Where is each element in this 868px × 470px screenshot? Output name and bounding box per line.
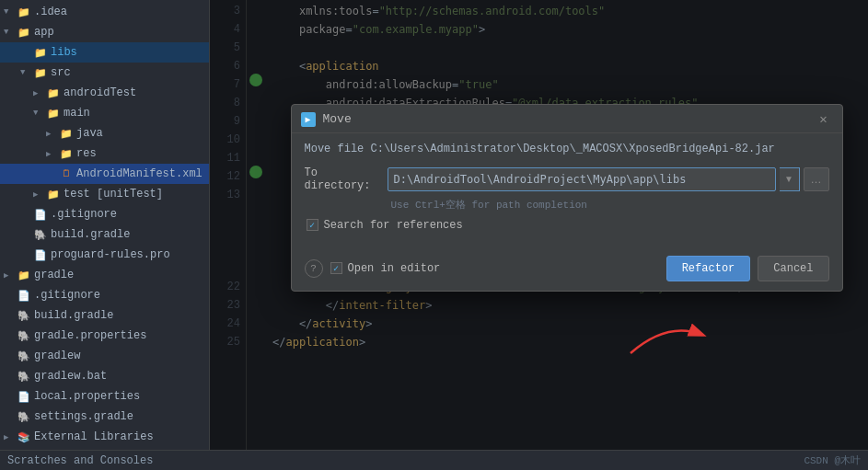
folder-icon-test: 📁 xyxy=(46,187,61,201)
dialog-body: Move file C:\Users\Administrator\Desktop… xyxy=(292,133,842,250)
sidebar-item-res[interactable]: ▶ 📁 res xyxy=(0,143,209,164)
directory-row: To directory: ▼ … xyxy=(305,166,829,192)
folder-icon-app: 📁 xyxy=(17,25,31,40)
sidebar-item-extlibs[interactable]: ▶ 📚 External Libraries xyxy=(0,427,209,447)
dialog-footer: ? ✓ Open in editor Refactor Cancel xyxy=(292,250,842,291)
arrow-res: ▶ xyxy=(46,149,59,159)
folder-icon-idea: 📁 xyxy=(17,5,31,19)
dialog-icon: ▶ xyxy=(301,112,316,127)
sidebar-item-androidtest[interactable]: ▶ 📁 androidTest xyxy=(0,83,209,103)
folder-icon-java: 📁 xyxy=(59,126,74,141)
directory-input[interactable] xyxy=(388,167,776,191)
sidebar-label-localprops: local.properties xyxy=(34,390,140,403)
sidebar-item-libs[interactable]: 📁 libs xyxy=(0,42,209,63)
directory-hint: Use Ctrl+空格 for path completion xyxy=(391,198,829,212)
sidebar-item-androidmanifest[interactable]: 🗒 AndroidManifest.xml xyxy=(0,164,209,184)
search-refs-row: ✓ Search for references xyxy=(307,219,829,232)
sidebar-item-gradlewbat[interactable]: 🐘 gradlew.bat xyxy=(0,366,209,386)
folder-icon-androidtest: 📁 xyxy=(46,86,61,100)
sidebar-item-test[interactable]: ▶ 📁 test [unitTest] xyxy=(0,184,209,204)
sidebar-item-buildgradle-root[interactable]: 🐘 build.gradle xyxy=(0,305,209,326)
gradle-icon-gradleprops: 🐘 xyxy=(17,328,31,343)
sidebar-label-main: main xyxy=(64,107,90,120)
dialog-title: Move xyxy=(323,112,816,126)
arrow-main: ▼ xyxy=(33,109,46,118)
sidebar-item-gradle-dir[interactable]: ▶ 📁 gradle xyxy=(0,265,209,285)
sidebar-label-gradlewbat: gradlew.bat xyxy=(34,370,107,383)
dialog-title-bar: ▶ Move ✕ xyxy=(292,105,842,133)
xml-icon-androidmanifest: 🗒 xyxy=(59,166,74,181)
dialog-close-button[interactable]: ✕ xyxy=(816,112,831,127)
sidebar-item-localprops[interactable]: 📄 local.properties xyxy=(0,386,209,407)
arrow-src: ▼ xyxy=(20,68,33,77)
directory-dropdown-button[interactable]: ▼ xyxy=(780,167,800,191)
sidebar-label-androidtest: androidTest xyxy=(64,86,136,99)
project-tree[interactable]: ▼ 📁 .idea ▼ 📁 app 📁 libs ▼ 📁 src ▶ 📁 and… xyxy=(0,0,210,450)
sidebar-item-idea[interactable]: ▼ 📁 .idea xyxy=(0,2,209,22)
sidebar-label-gitignore-root: .gitignore xyxy=(34,289,100,302)
open-in-editor-label: Open in editor xyxy=(348,262,441,275)
sidebar-item-buildgradle-app[interactable]: 🐘 build.gradle xyxy=(0,224,209,245)
refactor-button[interactable]: Refactor xyxy=(666,256,751,281)
sidebar-label-res: res xyxy=(76,147,97,160)
sidebar-label-gradle-dir: gradle xyxy=(34,269,74,281)
open-in-editor-checkbox[interactable]: ✓ xyxy=(330,262,342,274)
sidebar-label-buildgradle-root: build.gradle xyxy=(34,309,113,322)
red-arrow-indicator xyxy=(621,316,713,362)
file-icon-localprops: 📄 xyxy=(17,389,31,404)
sidebar-item-gitignore-app[interactable]: 📄 .gitignore xyxy=(0,204,209,224)
sidebar-item-gradleprops[interactable]: 🐘 gradle.properties xyxy=(0,326,209,346)
sidebar-item-app[interactable]: ▼ 📁 app xyxy=(0,22,209,42)
gradle-icon-settingsgradle: 🐘 xyxy=(17,409,31,424)
gradle-icon-buildgradle-app: 🐘 xyxy=(33,227,48,242)
arrow-test: ▶ xyxy=(33,189,46,200)
sidebar-label-settingsgradle: settings.gradle xyxy=(34,410,133,423)
sidebar-label-libs: libs xyxy=(51,46,77,59)
extlibs-icon: 📚 xyxy=(17,430,31,444)
sidebar-label-gitignore-app: .gitignore xyxy=(51,208,117,221)
gradle-icon-buildgradle-root: 🐘 xyxy=(17,308,31,323)
directory-browse-button[interactable]: … xyxy=(804,167,829,191)
search-refs-label: Search for references xyxy=(324,219,463,232)
folder-icon-libs: 📁 xyxy=(33,45,48,60)
arrow-idea: ▼ xyxy=(4,7,17,17)
watermark: CSDN @木叶 xyxy=(804,453,861,467)
gradle-icon-gradlew: 🐘 xyxy=(17,349,31,363)
sidebar-item-gitignore-root[interactable]: 📄 .gitignore xyxy=(0,285,209,305)
editor-area: 3 4 5 6 7 8 9 10 11 12 13 22 23 24 25 xyxy=(210,0,868,450)
move-dialog: ▶ Move ✕ Move file C:\Users\Administrato… xyxy=(291,104,843,292)
sidebar-item-java[interactable]: ▶ 📁 java xyxy=(0,123,209,143)
sidebar-label-idea: .idea xyxy=(34,6,67,18)
help-button[interactable]: ? xyxy=(305,259,323,278)
cancel-button[interactable]: Cancel xyxy=(758,256,828,281)
sidebar-item-settingsgradle[interactable]: 🐘 settings.gradle xyxy=(0,407,209,427)
folder-icon-src: 📁 xyxy=(33,65,48,80)
sidebar-label-test: test [unitTest] xyxy=(64,188,163,201)
sidebar-label-src: src xyxy=(51,66,71,79)
sidebar-label-proguard: proguard-rules.pro xyxy=(51,248,170,261)
sidebar-item-main[interactable]: ▼ 📁 main xyxy=(0,103,209,123)
bottom-bar: Scratches and Consoles CSDN @木叶 xyxy=(0,450,868,470)
sidebar-item-proguard[interactable]: 📄 proguard-rules.pro xyxy=(0,245,209,265)
arrow-androidtest: ▶ xyxy=(33,88,46,98)
sidebar-label-app: app xyxy=(34,26,54,39)
dialog-filepath: Move file C:\Users\Administrator\Desktop… xyxy=(305,143,829,155)
arrow-java: ▶ xyxy=(46,129,59,139)
sidebar-item-src[interactable]: ▼ 📁 src xyxy=(0,63,209,83)
directory-label: To directory: xyxy=(305,166,388,192)
folder-icon-gradle-dir: 📁 xyxy=(17,268,31,282)
file-icon-gitignore-root: 📄 xyxy=(17,288,31,303)
file-icon-gitignore-app: 📄 xyxy=(33,207,48,222)
modal-overlay: ▶ Move ✕ Move file C:\Users\Administrato… xyxy=(210,0,868,450)
sidebar-label-androidmanifest: AndroidManifest.xml xyxy=(76,167,203,180)
sidebar-label-gradlew: gradlew xyxy=(34,350,80,362)
sidebar-item-gradlew[interactable]: 🐘 gradlew xyxy=(0,346,209,366)
search-refs-checkbox[interactable]: ✓ xyxy=(307,219,318,231)
gradle-icon-gradlewbat: 🐘 xyxy=(17,369,31,384)
sidebar-label-java: java xyxy=(76,127,103,140)
sidebar-label-buildgradle-app: build.gradle xyxy=(51,228,130,241)
arrow-app: ▼ xyxy=(4,28,17,37)
file-icon-proguard: 📄 xyxy=(33,247,48,262)
sidebar-label-gradleprops: gradle.properties xyxy=(34,329,146,342)
directory-input-wrap: ▼ … xyxy=(388,167,829,191)
